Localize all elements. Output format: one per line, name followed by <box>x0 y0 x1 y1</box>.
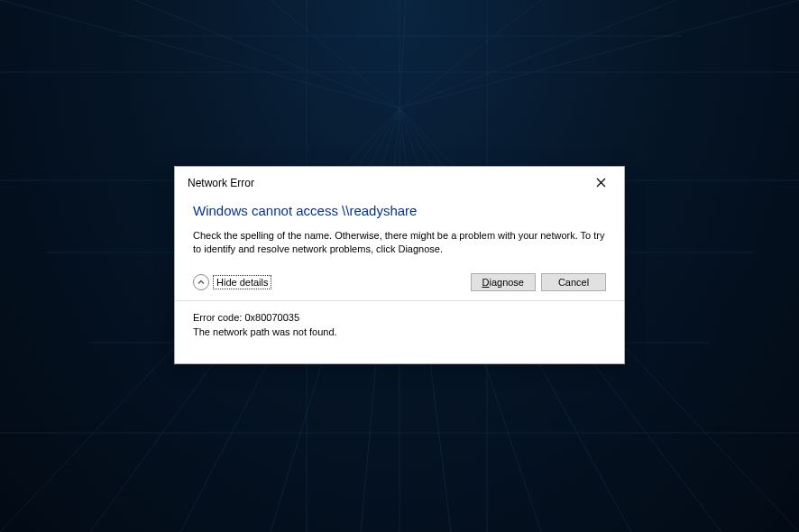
svg-line-16 <box>400 0 799 108</box>
error-details: Error code: 0x80070035 The network path … <box>193 310 606 351</box>
button-row: Diagnose Cancel <box>471 273 607 291</box>
dialog-title: Network Error <box>188 177 254 189</box>
cancel-button[interactable]: Cancel <box>541 273 606 291</box>
dialog-title-bar: Network Error <box>175 167 624 197</box>
error-message-line: The network path was not found. <box>193 325 606 340</box>
svg-line-15 <box>400 0 676 108</box>
svg-line-11 <box>135 0 400 108</box>
svg-line-13 <box>400 0 406 108</box>
hide-details-toggle[interactable]: Hide details <box>193 274 271 290</box>
controls-row: Hide details Diagnose Cancel <box>193 273 606 291</box>
svg-line-14 <box>400 0 541 108</box>
svg-line-10 <box>0 0 400 108</box>
chevron-up-icon <box>193 274 209 290</box>
close-button[interactable] <box>588 174 613 192</box>
diagnose-button[interactable]: Diagnose <box>471 273 537 291</box>
svg-line-12 <box>271 0 400 108</box>
close-icon <box>596 176 606 190</box>
error-code-line: Error code: 0x80070035 <box>193 310 606 326</box>
network-error-dialog: Network Error Windows cannot access \\re… <box>174 166 625 364</box>
dialog-content: Windows cannot access \\readyshare Check… <box>175 197 624 363</box>
divider <box>175 300 624 301</box>
diagnose-rest: iagnose <box>489 277 524 288</box>
hide-details-label: Hide details <box>213 275 271 289</box>
error-description: Check the spelling of the name. Otherwis… <box>193 229 606 257</box>
error-heading: Windows cannot access \\readyshare <box>193 203 606 218</box>
